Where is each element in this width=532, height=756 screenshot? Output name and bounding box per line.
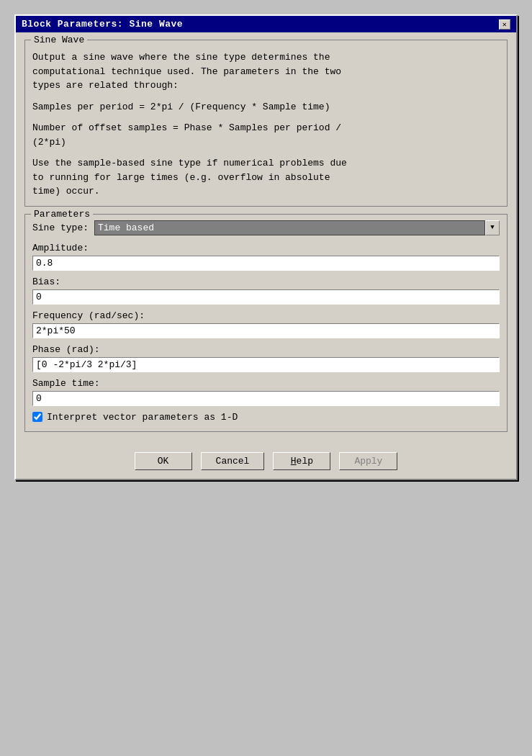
help-button[interactable]: Help (273, 452, 330, 470)
phase-row: Phase (rad): (32, 344, 500, 372)
description-para-2: Samples per period = 2*pi / (Frequency *… (32, 100, 500, 114)
button-row: OK Cancel Help Apply (16, 446, 516, 479)
parameters-group-label: Parameters (31, 209, 93, 220)
cancel-button[interactable]: Cancel (201, 452, 265, 470)
help-underline: H (291, 456, 297, 467)
phase-label: Phase (rad): (32, 344, 500, 355)
sample-time-input[interactable] (32, 391, 500, 406)
ok-button[interactable]: OK (135, 452, 192, 470)
interpret-vector-row: Interpret vector parameters as 1-D (32, 412, 500, 423)
sine-type-row: Sine type: Time based Sample based ▼ (32, 220, 500, 235)
sine-type-select[interactable]: Time based Sample based (94, 220, 485, 235)
sine-type-label: Sine type: (32, 222, 89, 233)
interpret-vector-label: Interpret vector parameters as 1-D (47, 412, 238, 423)
sine-type-select-wrapper: Time based Sample based ▼ (94, 220, 500, 235)
bias-input[interactable] (32, 289, 500, 305)
frequency-label: Frequency (rad/sec): (32, 310, 500, 321)
description-text: Output a sine wave where the sine type d… (32, 50, 500, 199)
bias-row: Bias: (32, 276, 500, 305)
help-text: elp (297, 456, 313, 467)
description-para-3: Number of offset samples = Phase * Sampl… (32, 121, 500, 149)
dropdown-arrow-icon[interactable]: ▼ (485, 220, 500, 235)
description-para-1: Output a sine wave where the sine type d… (32, 50, 500, 93)
bias-label: Bias: (32, 276, 500, 287)
sample-time-row: Sample time: (32, 378, 500, 406)
interpret-vector-checkbox[interactable] (32, 412, 42, 422)
block-parameters-dialog: Block Parameters: Sine Wave ✕ Sine Wave … (14, 14, 518, 480)
title-bar: Block Parameters: Sine Wave ✕ (16, 16, 516, 32)
title-bar-text: Block Parameters: Sine Wave (22, 19, 183, 30)
description-group: Sine Wave Output a sine wave where the s… (24, 40, 508, 207)
close-button[interactable]: ✕ (499, 19, 510, 30)
parameters-group: Parameters Sine type: Time based Sample … (24, 214, 508, 432)
description-para-4: Use the sample-based sine type if numeri… (32, 156, 500, 199)
close-icon: ✕ (502, 20, 508, 29)
amplitude-label: Amplitude: (32, 243, 500, 253)
phase-input[interactable] (32, 357, 500, 372)
sample-time-label: Sample time: (32, 378, 500, 389)
apply-button[interactable]: Apply (339, 452, 397, 470)
amplitude-row: Amplitude: (32, 243, 500, 271)
frequency-row: Frequency (rad/sec): (32, 310, 500, 338)
dialog-body: Sine Wave Output a sine wave where the s… (16, 32, 516, 446)
amplitude-input[interactable] (32, 256, 500, 271)
frequency-input[interactable] (32, 323, 500, 338)
description-group-label: Sine Wave (31, 35, 87, 45)
